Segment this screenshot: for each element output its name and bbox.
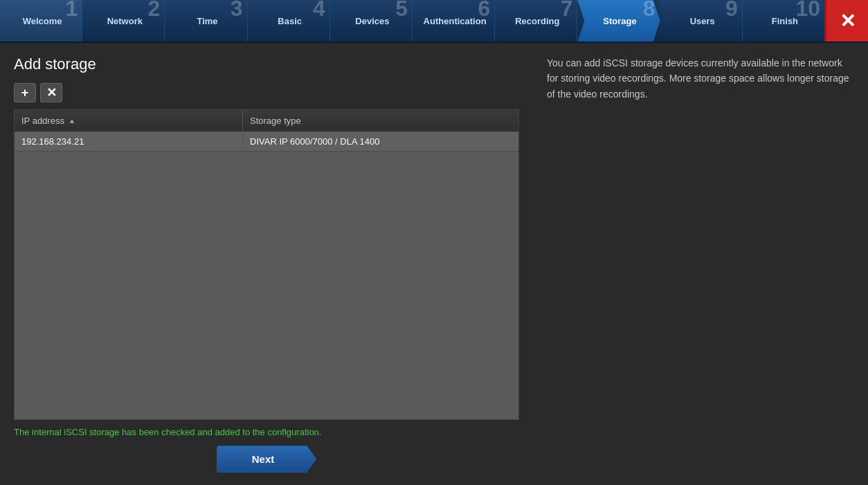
bottom-bar: Next [14, 446, 519, 473]
next-button[interactable]: Next [217, 446, 317, 473]
sort-arrow-icon: ▲ [69, 117, 75, 125]
table-body: 192.168.234.21 DIVAR IP 6000/7000 / DLA … [15, 132, 518, 419]
close-icon: ✕ [840, 10, 856, 33]
nav-welcome[interactable]: Welcome 1 [0, 0, 82, 42]
table-row[interactable]: 192.168.234.21 DIVAR IP 6000/7000 / DLA … [15, 132, 518, 152]
status-message: The internal iSCSI storage has been chec… [14, 427, 519, 437]
nav-storage[interactable]: Storage 8 [577, 0, 660, 42]
nav-users[interactable]: Users 9 [660, 0, 743, 42]
right-panel: You can add iSCSI storage devices curren… [533, 43, 868, 485]
table-header: IP address ▲ Storage type [15, 110, 518, 132]
cell-ip: 192.168.234.21 [15, 132, 243, 151]
nav-recording[interactable]: Recording 7 [495, 0, 577, 42]
add-storage-button[interactable]: + [14, 83, 36, 102]
top-navigation: Welcome 1 Network 2 Time 3 Basic 4 Devic… [0, 0, 868, 43]
remove-storage-button[interactable]: ✕ [40, 83, 62, 102]
nav-finish[interactable]: Finish 10 [743, 0, 825, 42]
close-button[interactable]: ✕ [825, 0, 868, 42]
toolbar: + ✕ [14, 83, 519, 102]
nav-basic[interactable]: Basic 4 [248, 0, 330, 42]
column-header-storage: Storage type [243, 110, 518, 131]
cell-storage-type: DIVAR IP 6000/7000 / DLA 1400 [243, 132, 518, 151]
nav-authentication[interactable]: Authentication 6 [413, 0, 495, 42]
left-panel: Add storage + ✕ IP address ▲ Storage typ… [0, 43, 533, 485]
page-title: Add storage [14, 55, 519, 73]
main-content: Add storage + ✕ IP address ▲ Storage typ… [0, 43, 868, 485]
sidebar-description: You can add iSCSI storage devices curren… [547, 55, 854, 102]
nav-network[interactable]: Network 2 [82, 0, 165, 42]
storage-table: IP address ▲ Storage type 192.168.234.21… [14, 109, 519, 420]
column-header-ip: IP address ▲ [15, 110, 243, 131]
nav-devices[interactable]: Devices 5 [330, 0, 413, 42]
nav-time[interactable]: Time 3 [165, 0, 247, 42]
